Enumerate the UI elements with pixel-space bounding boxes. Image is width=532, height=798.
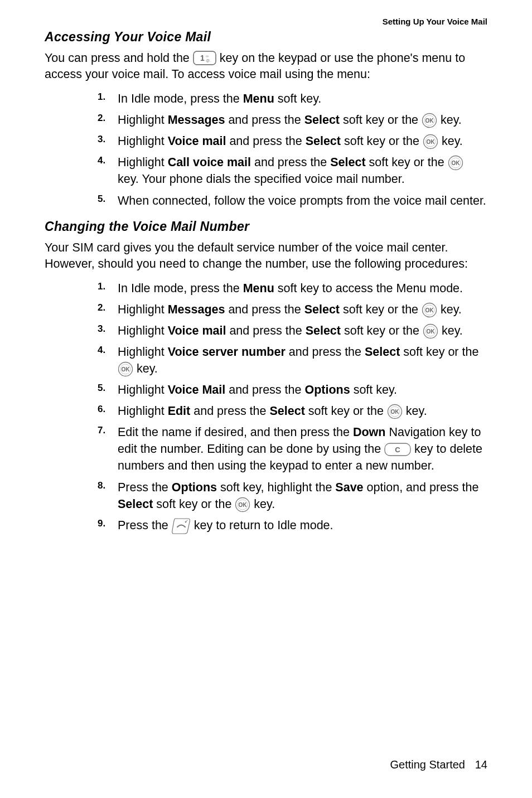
svg-text:OK: OK: [426, 328, 435, 335]
svg-rect-0: [194, 51, 216, 65]
bold-term: Messages: [168, 303, 225, 316]
bold-term: Edit: [168, 404, 191, 418]
instruction-step: Edit the name if desired, and then press…: [98, 422, 487, 476]
svg-text:@.: @.: [206, 59, 211, 62]
page-footer: Getting Started14: [390, 758, 487, 771]
ok-key-icon: OK: [448, 155, 463, 171]
bold-term: Voice server number: [168, 345, 286, 359]
clear-key-icon: C: [384, 443, 411, 456]
footer-section-label: Getting Started: [390, 758, 465, 771]
instruction-step: Highlight Voice mail and press the Selec…: [98, 320, 487, 341]
instruction-step: Highlight Voice mail and press the Selec…: [98, 130, 487, 152]
footer-page-number: 14: [465, 758, 487, 771]
instruction-step: Press the key to return to Idle mode.: [98, 515, 487, 536]
bold-term: Down: [353, 425, 386, 439]
bold-term: Options: [304, 383, 350, 396]
ok-key-icon: OK: [423, 134, 438, 149]
bold-term: Select: [306, 324, 341, 337]
svg-text:∞: ∞: [206, 54, 209, 58]
bold-term: Select: [269, 404, 304, 418]
svg-text:OK: OK: [426, 139, 435, 145]
bold-term: Voice mail: [168, 134, 226, 148]
keypad-1-icon: 1∞@.: [193, 51, 216, 65]
ok-key-icon: OK: [235, 497, 250, 512]
instruction-step: Highlight Voice Mail and press the Optio…: [98, 379, 487, 400]
instruction-step: Highlight Edit and press the Select soft…: [98, 400, 487, 422]
bold-term: Menu: [243, 92, 274, 105]
bold-term: Call voice mail: [168, 156, 251, 169]
instruction-step: Highlight Call voice mail and press the …: [98, 152, 487, 190]
svg-text:OK: OK: [122, 366, 130, 373]
bold-term: Select: [118, 497, 153, 511]
bold-term: Messages: [168, 113, 225, 127]
section-title-changing: Changing the Voice Mail Number: [45, 219, 487, 234]
bold-term: Voice mail: [168, 324, 226, 337]
instruction-step: Highlight Voice server number and press …: [98, 341, 487, 379]
svg-text:C: C: [395, 446, 400, 454]
svg-text:OK: OK: [451, 160, 460, 166]
bold-term: Options: [172, 481, 217, 494]
bold-term: Save: [335, 481, 363, 494]
bold-term: Select: [304, 303, 340, 316]
section-title-accessing: Accessing Your Voice Mail: [45, 30, 487, 45]
bold-term: Select: [304, 113, 340, 127]
svg-text:OK: OK: [390, 409, 399, 415]
steps-changing: In Idle mode, press the Menu soft key to…: [45, 278, 487, 536]
instruction-step: When connected, follow the voice prompts…: [98, 190, 487, 211]
intro-text-fragment: You can press and hold the: [45, 51, 193, 65]
instruction-step: In Idle mode, press the Menu soft key to…: [98, 278, 487, 299]
svg-text:OK: OK: [239, 502, 248, 508]
instruction-step: In Idle mode, press the Menu soft key.: [98, 88, 487, 109]
intro-changing: Your SIM card gives you the default serv…: [45, 240, 487, 272]
ok-key-icon: OK: [118, 361, 133, 377]
end-key-icon: [172, 518, 191, 534]
ok-key-icon: OK: [423, 323, 438, 339]
bold-term: Select: [306, 134, 341, 148]
svg-text:OK: OK: [425, 307, 434, 313]
intro-accessing: You can press and hold the 1∞@. key on t…: [45, 50, 487, 83]
page: Setting Up Your Voice Mail Accessing You…: [0, 0, 532, 798]
ok-key-icon: OK: [387, 404, 403, 419]
running-header: Setting Up Your Voice Mail: [45, 17, 487, 26]
ok-key-icon: OK: [422, 302, 437, 318]
instruction-step: Press the Options soft key, highlight th…: [98, 477, 487, 515]
bold-term: Select: [330, 156, 365, 169]
instruction-step: Highlight Messages and press the Select …: [98, 299, 487, 320]
svg-text:OK: OK: [425, 118, 434, 124]
bold-term: Menu: [243, 282, 274, 295]
instruction-step: Highlight Messages and press the Select …: [98, 109, 487, 130]
steps-accessing: In Idle mode, press the Menu soft key.Hi…: [45, 88, 487, 211]
bold-term: Voice Mail: [168, 383, 226, 396]
ok-key-icon: OK: [422, 113, 437, 128]
bold-term: Select: [365, 345, 400, 359]
svg-text:1: 1: [200, 54, 205, 62]
